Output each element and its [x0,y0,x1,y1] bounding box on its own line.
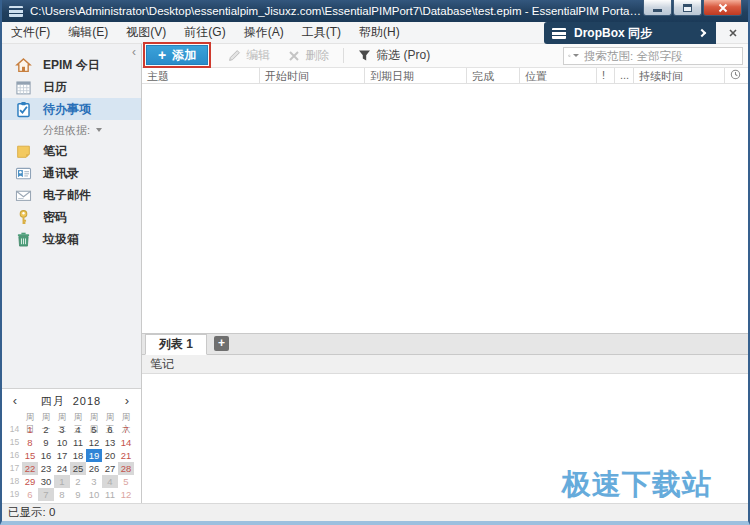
delete-button[interactable]: 删除 [279,44,338,67]
toolbar: + 添加 编辑 删除 筛选 (Pro) [142,44,748,68]
edit-button[interactable]: 编辑 [219,44,279,67]
calendar-day[interactable]: 30 [38,475,54,488]
envelope-icon [15,187,32,204]
maximize-button[interactable] [673,0,702,16]
column-due-date[interactable]: 到期日期 [365,68,467,83]
dropbox-sync-button[interactable]: DropBox 同步 [544,22,716,44]
calendar-day[interactable]: 4 [102,475,118,488]
close-icon [729,29,737,37]
sidebar-item-notes[interactable]: 笔记 [2,140,141,162]
tab-list-1[interactable]: 列表 1 [145,334,207,355]
calendar-day[interactable]: 8 [54,488,70,501]
calendar-day[interactable]: 11 [102,488,118,501]
calendar-day[interactable]: 23 [38,462,54,475]
sidebar-item-todo[interactable]: 待办事项 [2,98,141,120]
calendar-day[interactable]: 28 [118,462,134,475]
calendar-day[interactable]: 9 [38,436,54,449]
calendar-day[interactable]: 25 [70,462,86,475]
menu-go[interactable]: 前往(G) [175,22,234,43]
calendar-day[interactable]: 2 [38,423,54,436]
calendar-day[interactable]: 2 [70,475,86,488]
sidebar-item-contacts[interactable]: 通讯录 [2,162,141,184]
add-tab-button[interactable]: + [214,336,229,351]
menu-file[interactable]: 文件(F) [2,22,59,43]
filter-button[interactable]: 筛选 (Pro) [349,44,439,67]
calendar-day[interactable]: 15 [22,449,38,462]
calendar-day[interactable]: 12 [118,488,134,501]
column-location[interactable]: 位置 [520,68,597,83]
calendar-day[interactable]: 27 [102,462,118,475]
column-complete[interactable]: 完成 [467,68,520,83]
calendar-weekday: 周三 [70,411,86,423]
sidebar-collapse-button[interactable]: ‹ [129,46,139,58]
calendar-day[interactable]: 10 [54,436,70,449]
calendar-next-button[interactable]: › [119,394,135,408]
calendar-day[interactable]: 26 [86,462,102,475]
column-duration[interactable]: 持续时间 [634,68,725,83]
calendar-day[interactable]: 1 [22,423,38,436]
calendar-prev-button[interactable]: ‹ [7,394,23,408]
calendar-day[interactable]: 18 [70,449,86,462]
calendar-day[interactable]: 7 [118,423,134,436]
status-text: 已显示: 0 [8,505,55,520]
sidebar-item-email[interactable]: 电子邮件 [2,184,141,206]
menu-tools[interactable]: 工具(T) [293,22,350,43]
window-controls [642,0,742,16]
close-button[interactable] [703,0,742,16]
calendar-day[interactable]: 16 [38,449,54,462]
filter-button-label: 筛选 (Pro) [376,47,430,64]
sidebar-item-epim-today[interactable]: EPIM 今日 [2,54,141,76]
list-header: 主题 开始时间 到期日期 完成 位置 ! ... 持续时间 [142,68,748,84]
search-icon [568,50,571,62]
chevron-down-icon [573,54,579,57]
key-icon [15,209,32,226]
search-box[interactable] [563,47,743,65]
calendar-day[interactable]: 22 [22,462,38,475]
calendar-day[interactable]: 5 [86,423,102,436]
calendar-day[interactable]: 6 [102,423,118,436]
menu-actions[interactable]: 操作(A) [235,22,293,43]
calendar-day[interactable]: 19 [86,449,102,462]
column-more[interactable]: ... [615,68,634,83]
calendar-day[interactable]: 29 [22,475,38,488]
calendar-day[interactable]: 8 [22,436,38,449]
calendar-day[interactable]: 11 [70,436,86,449]
calendar-day[interactable]: 24 [54,462,70,475]
edit-button-label: 编辑 [246,47,270,64]
calendar-day[interactable]: 6 [22,488,38,501]
column-subject[interactable]: 主题 [142,68,260,83]
calendar-day[interactable]: 3 [86,475,102,488]
column-reminder[interactable] [725,68,748,83]
column-priority[interactable]: ! [597,68,615,83]
sidebar-item-trash[interactable]: 垃圾箱 [2,228,141,250]
sidebar-item-passwords[interactable]: 密码 [2,206,141,228]
calendar-day[interactable]: 1 [54,475,70,488]
minimize-button[interactable] [643,0,672,16]
calendar-month: 四月 [41,395,65,407]
calendar-day[interactable]: 10 [86,488,102,501]
sidebar-item-calendar[interactable]: 日历 [2,76,141,98]
sidebar-item-label: 日历 [43,79,67,96]
group-by-control[interactable]: 分组依据: [2,120,141,140]
sidebar-item-label: EPIM 今日 [43,57,100,74]
calendar-day[interactable]: 5 [118,475,134,488]
column-start-time[interactable]: 开始时间 [260,68,365,83]
calendar-day[interactable]: 14 [118,436,134,449]
calendar-day[interactable]: 3 [54,423,70,436]
notes-section-header: 笔记 [142,355,748,374]
menu-view[interactable]: 视图(V) [117,22,175,43]
calendar-day[interactable]: 12 [86,436,102,449]
calendar-day[interactable]: 21 [118,449,134,462]
menu-edit[interactable]: 编辑(E) [59,22,117,43]
menu-help[interactable]: 帮助(H) [350,22,409,43]
dropbox-close-button[interactable] [726,26,739,39]
search-input[interactable] [584,50,738,62]
calendar-day[interactable]: 20 [102,449,118,462]
calendar-day[interactable]: 13 [102,436,118,449]
add-button[interactable]: + 添加 [146,45,208,65]
calendar-day[interactable]: 7 [38,488,54,501]
calendar-day[interactable]: 9 [70,488,86,501]
note-icon [15,143,32,160]
calendar-day[interactable]: 4 [70,423,86,436]
calendar-day[interactable]: 17 [54,449,70,462]
